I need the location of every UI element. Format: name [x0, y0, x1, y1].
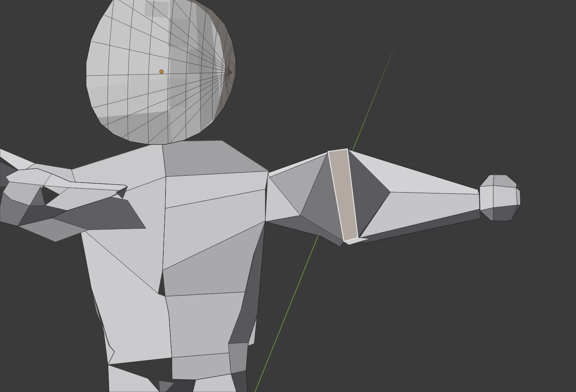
object-origin-dot[interactable]	[160, 70, 163, 74]
3d-viewport[interactable]	[0, 0, 576, 392]
right-hand-mesh[interactable]	[480, 174, 521, 221]
